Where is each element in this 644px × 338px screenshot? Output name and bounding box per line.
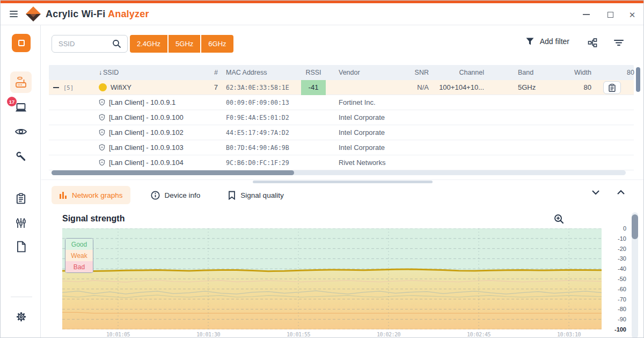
table-horizontal-scrollbar[interactable]	[52, 170, 626, 175]
column-header-band[interactable]: Band	[518, 65, 533, 80]
client-name: [Lan Client] - 10.0.9.102	[109, 128, 184, 136]
sort-filter-icon[interactable]	[613, 39, 624, 46]
hamburger-menu-icon[interactable]	[10, 11, 18, 17]
info-icon	[151, 191, 160, 200]
chart-zoom-in-icon[interactable]	[554, 214, 564, 224]
column-header-rssi[interactable]: RSSI	[301, 65, 326, 80]
clipboard-icon	[608, 83, 616, 92]
y-axis-tick: 0	[605, 225, 626, 232]
signal-strength-chart	[62, 228, 602, 329]
x-axis-tick: 10:02:45	[460, 332, 497, 337]
y-axis-tick: -80	[605, 306, 626, 312]
tab-signal-quality[interactable]: Signal quality	[221, 186, 291, 204]
stop-icon	[18, 40, 25, 46]
x-axis-tick: 10:01:05	[99, 332, 137, 337]
networks-table: ↓ SSID # MAC Address RSSI Vendor SNR Cha…	[49, 65, 634, 170]
shield-icon	[99, 114, 105, 121]
client-name: [Lan Client] - 10.0.9.100	[109, 113, 184, 121]
title-bar: Acrylic Wi-Fi Analyzer ✕	[1, 3, 644, 25]
chevron-up-icon[interactable]	[617, 190, 625, 195]
clipboard-icon	[16, 193, 26, 204]
y-axis-tick: -60	[605, 286, 626, 292]
app-title: Acrylic Wi-Fi Analyzer	[46, 9, 149, 20]
sidebar-item-monitor[interactable]	[10, 121, 32, 142]
ap-channel: 100+104+10...	[425, 80, 484, 95]
client-vendor: Rivet Networks	[339, 155, 385, 170]
app-logo-icon	[24, 5, 42, 23]
sidebar-item-documents[interactable]	[10, 236, 32, 257]
add-filter-button[interactable]: Add filter	[525, 37, 569, 46]
access-point-row[interactable]: [5] WifiXY 7 62:3A:0E:33:58:1E -41 N/A 1…	[49, 80, 634, 95]
band-button-2.4ghz[interactable]: 2.4GHz	[130, 35, 167, 53]
maximize-button[interactable]	[605, 10, 615, 19]
client-name: [Lan Client] - 10.0.9.1	[109, 98, 175, 106]
funnel-icon	[525, 37, 535, 46]
client-row[interactable]: [Lan Client] - 10.0.9.1049C:B6:D0:FC:1F:…	[49, 155, 634, 170]
y-axis-tick: -100	[605, 326, 626, 333]
sidebar-item-access-points[interactable]	[10, 71, 32, 93]
stop-capture-button[interactable]	[12, 34, 31, 52]
chevron-down-icon[interactable]	[591, 190, 600, 195]
bookmark-icon	[228, 191, 236, 200]
client-name: [Lan Client] - 10.0.9.104	[109, 159, 184, 167]
ap-ssid: WifiXY	[111, 83, 131, 91]
column-header-vendor[interactable]: Vendor	[339, 65, 360, 80]
network-color-dot	[99, 83, 107, 91]
minimize-button[interactable]	[581, 10, 591, 19]
client-mac-address: 9C:B6:D0:FC:1F:29	[226, 155, 289, 170]
client-row[interactable]: [Lan Client] - 10.0.9.10244:E5:17:49:7A:…	[49, 125, 634, 140]
search-icon[interactable]	[112, 39, 121, 48]
column-header-ssid[interactable]: ↓ SSID	[99, 65, 119, 80]
row-details-button[interactable]	[603, 81, 621, 94]
left-sidebar: 17	[1, 25, 41, 338]
x-axis-tick: 10:01:55	[280, 332, 317, 337]
sidebar-item-settings[interactable]	[10, 306, 32, 327]
sidebar-divider	[11, 297, 32, 297]
band-button-6ghz[interactable]: 6GHz	[201, 35, 233, 53]
shield-icon	[99, 159, 105, 166]
ap-mac-address: 62:3A:0E:33:58:1E	[226, 80, 289, 95]
panel-resize-handle[interactable]	[253, 181, 433, 183]
client-vendor: Intel Corporate	[339, 110, 385, 125]
y-axis-tick: -30	[605, 255, 626, 262]
tab-network-graphs[interactable]: Network graphs	[52, 186, 130, 204]
client-row[interactable]: [Lan Client] - 10.0.9.100:09:0F:09:00:13…	[49, 95, 634, 110]
collapse-row-icon[interactable]	[53, 87, 59, 88]
tab-device-info[interactable]: Device info	[143, 186, 208, 204]
network-topology-icon[interactable]	[588, 38, 597, 47]
laptop-icon	[14, 102, 27, 114]
band-button-5ghz[interactable]: 5GHz	[169, 35, 200, 53]
app-title-primary: Acrylic Wi-Fi	[46, 9, 105, 19]
rssi-badge: -41	[301, 80, 326, 95]
sidebar-item-reports[interactable]	[10, 188, 32, 209]
x-axis-tick: 10:02:20	[370, 332, 407, 337]
column-header-count[interactable]: #	[201, 65, 218, 80]
chart-vertical-scrollbar[interactable]	[632, 212, 638, 338]
add-filter-label: Add filter	[540, 37, 569, 46]
table-header-row: ↓ SSID # MAC Address RSSI Vendor SNR Cha…	[49, 65, 634, 80]
client-row[interactable]: [Lan Client] - 10.0.9.100F0:9E:4A:E5:01:…	[49, 110, 634, 125]
y-axis-tick: -20	[605, 246, 626, 252]
ssid-search-input[interactable]	[58, 40, 112, 48]
client-mac-address: 44:E5:17:49:7A:D2	[226, 125, 289, 140]
y-axis-tick: -50	[605, 276, 626, 282]
column-header-width[interactable]: Width	[558, 65, 591, 80]
sidebar-item-options[interactable]	[10, 212, 32, 234]
wrench-icon	[16, 151, 26, 162]
client-row[interactable]: [Lan Client] - 10.0.9.103B0:7D:64:90:A6:…	[49, 140, 634, 155]
client-vendor: Intel Corporate	[339, 140, 385, 155]
table-vertical-scrollbar[interactable]	[636, 66, 640, 167]
column-header-80[interactable]: 80	[627, 65, 634, 80]
client-name: [Lan Client] - 10.0.9.103	[109, 143, 184, 152]
y-axis-tick: -70	[605, 296, 626, 303]
close-button[interactable]: ✕	[627, 10, 637, 19]
column-header-mac[interactable]: MAC Address	[226, 65, 267, 80]
sort-desc-icon: ↓	[99, 69, 102, 76]
client-mac-address: F0:9E:4A:E5:01:D2	[226, 110, 289, 125]
sidebar-item-tools[interactable]	[10, 146, 32, 167]
stations-notification-badge: 17	[7, 97, 17, 106]
chart-legend: GoodWeakBad	[65, 238, 93, 273]
legend-item-bad: Bad	[65, 261, 93, 272]
band-buttons: 2.4GHz5GHz6GHz	[130, 35, 233, 53]
column-header-channel[interactable]: Channel	[425, 65, 484, 80]
